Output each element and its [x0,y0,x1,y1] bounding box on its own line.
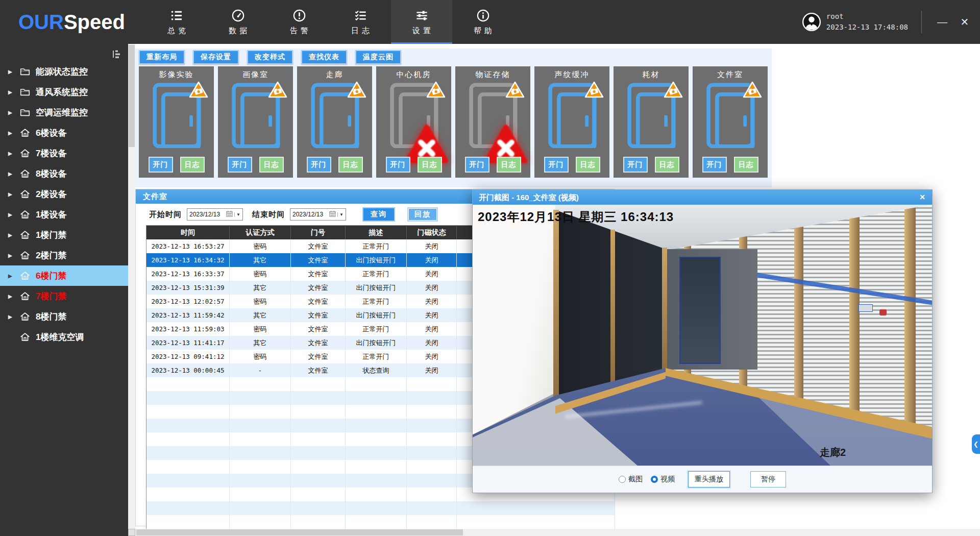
expand-arrow-icon[interactable]: ▶ [8,253,16,258]
sidebar-item-6[interactable]: ▶ 8楼设备 [0,163,128,184]
replay-button[interactable]: 重头播放 [688,471,730,488]
date-dropdown-caret-icon[interactable]: ▼ [234,212,240,217]
pause-button[interactable]: 暂停 [750,471,786,488]
expand-arrow-icon[interactable]: ▶ [8,294,16,299]
sidebar-item-14[interactable]: 1楼维克空调 [0,327,128,347]
horizontal-scrollbar-thumb[interactable] [136,529,463,535]
table-cell: 密码 [230,350,291,363]
expand-arrow-icon[interactable]: ▶ [8,69,16,75]
topnav-item-2[interactable]: 数据 [207,0,268,44]
expand-arrow-icon[interactable]: ▶ [8,130,16,136]
user-avatar-icon[interactable] [802,12,821,32]
door-log-button[interactable]: 日志 [576,157,600,173]
topnav-item-3[interactable]: 告警 [268,0,330,44]
sidebar-item-10[interactable]: ▶ 2楼门禁 [0,245,128,265]
home-icon [19,127,31,138]
toolbar-button-1[interactable]: 重新布局 [139,50,185,64]
toolbar-button-2[interactable]: 保存设置 [193,50,239,64]
table-cell [146,432,230,446]
sidebar-item-13[interactable]: ▶ 8楼门禁 [0,306,128,327]
scrollbar-corner[interactable] [128,529,135,536]
sidebar-item-3[interactable]: ▶ 空调运维监控 [0,102,128,123]
toolbar-button-4[interactable]: 查找仪表 [301,50,347,64]
open-door-button[interactable]: 开门 [465,157,489,173]
door-graphic [622,83,680,148]
sidebar-item-9[interactable]: ▶ 1楼门禁 [0,225,128,245]
table-cell [230,501,291,515]
home-icon [19,188,31,200]
expand-arrow-icon[interactable]: ▶ [8,191,16,197]
sidebar-item-label: 2楼设备 [36,188,66,200]
end-date-input[interactable]: 2023/12/13 ▼ [290,208,346,221]
modal-close-icon[interactable]: ✕ [916,190,929,205]
topnav-item-4[interactable]: 日志 [330,0,391,44]
modal-title-bar[interactable]: 开门截图 - 160_文件室 (视频) ✕ [473,190,932,205]
door-log-button[interactable]: 日志 [418,157,442,173]
sidebar-item-1[interactable]: ▶ 能源状态监控 [0,61,128,82]
column-header-5[interactable]: 门磁状态 [407,226,457,240]
calendar-icon [329,210,336,218]
video-radio[interactable]: 视频 [651,475,675,484]
expand-arrow-icon[interactable]: ▶ [8,151,16,156]
door-log-button[interactable]: 日志 [180,157,205,173]
topnav-item-5[interactable]: 设置 [391,0,452,44]
door-log-button[interactable]: 日志 [338,157,363,173]
topnav-item-6[interactable]: 帮助 [452,0,513,44]
open-door-button[interactable]: 开门 [149,157,173,173]
expand-arrow-icon[interactable]: ▶ [8,232,16,238]
topnav-item-label: 日志 [348,26,373,36]
logo-part-blue: OUR [18,11,64,34]
column-header-3[interactable]: 门号 [291,226,346,240]
start-date-input[interactable]: 2023/12/13 ▼ [187,208,243,221]
table-cell: 关闭 [407,308,457,322]
expand-arrow-icon[interactable]: ▶ [8,110,16,115]
toolbar-button-3[interactable]: 改变样式 [247,50,293,64]
sidebar-item-11[interactable]: ▶ 6楼门禁 [0,265,128,286]
open-door-button[interactable]: 开门 [544,157,569,173]
column-header-4[interactable]: 描述 [346,226,407,240]
open-door-button[interactable]: 开门 [623,157,648,173]
door-log-button[interactable]: 日志 [734,157,758,173]
door-log-button[interactable]: 日志 [497,157,521,173]
table-cell [146,419,230,432]
table-cell [230,391,291,405]
door-log-button[interactable]: 日志 [259,157,284,173]
expand-arrow-icon[interactable]: ▶ [8,273,16,279]
toolbar-button-5[interactable]: 温度云图 [355,50,401,64]
sidebar-item-7[interactable]: ▶ 2楼设备 [0,184,128,204]
table-cell [346,515,407,529]
minimize-button[interactable]: — [931,0,953,44]
sidebar-item-8[interactable]: ▶ 1楼设备 [0,204,128,225]
camera-warning-badge-icon [188,81,209,99]
expand-arrow-icon[interactable]: ▶ [8,89,16,95]
snapshot-radio[interactable]: 截图 [619,475,643,484]
expand-arrow-icon[interactable]: ▶ [8,171,16,177]
expand-arrow-icon[interactable]: ▶ [8,212,16,217]
open-door-button[interactable]: 开门 [386,157,410,173]
sidebar-item-12[interactable]: ▶ 7楼门禁 [0,286,128,306]
horizontal-scrollbar[interactable] [135,529,980,536]
sidebar-item-4[interactable]: ▶ 6楼设备 [0,123,128,143]
sidebar-item-2[interactable]: ▶ 通风系统监控 [0,82,128,102]
open-door-button[interactable]: 开门 [307,157,331,173]
vertical-scrollbar[interactable] [128,44,135,536]
table-cell: 密码 [230,239,291,253]
collapse-panel-tab[interactable]: ❮ [972,434,980,454]
playback-button[interactable]: 回放 [407,207,438,222]
table-cell: 关闭 [407,322,457,336]
query-button[interactable]: 查询 [362,207,395,222]
column-header-2[interactable]: 认证方式 [230,226,291,240]
column-header-1[interactable]: 时间 [146,226,230,240]
open-door-button[interactable]: 开门 [228,157,252,173]
expand-arrow-icon[interactable]: ▶ [8,314,16,320]
sidebar-item-5[interactable]: ▶ 7楼设备 [0,143,128,163]
tree-collapse-icon[interactable] [112,49,122,59]
video-view[interactable]: 2023年12月13日 星期三 16:34:13 走廊2 [473,205,932,466]
door-log-button[interactable]: 日志 [655,157,679,173]
date-dropdown-caret-icon[interactable]: ▼ [337,212,344,217]
open-door-button[interactable]: 开门 [702,157,727,173]
topnav-item-1[interactable]: 总览 [146,0,207,44]
close-button[interactable]: ✕ [953,0,976,44]
vertical-scrollbar-thumb[interactable] [129,45,135,147]
table-cell: 文件室 [291,295,346,308]
